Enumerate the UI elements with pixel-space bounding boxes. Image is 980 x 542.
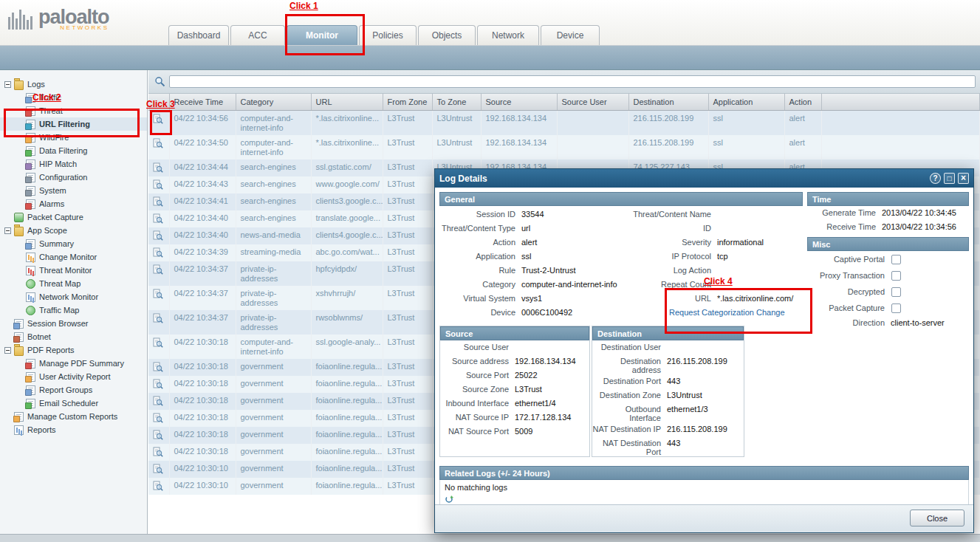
log-detail-icon[interactable] (153, 289, 163, 299)
cell-detail (148, 159, 169, 176)
column-header[interactable]: Source (481, 94, 557, 110)
user-activity-report-icon (26, 372, 35, 382)
log-detail-icon[interactable] (153, 230, 163, 241)
sidebar-item-reports[interactable]: Reports (0, 423, 147, 436)
sidebar-item-manage-custom-reports[interactable]: Manage Custom Reports (0, 410, 147, 423)
column-header[interactable]: Receive Time (169, 94, 236, 110)
log-detail-icon[interactable] (153, 413, 163, 423)
close-button[interactable]: Close (910, 510, 964, 526)
log-detail-icon[interactable] (153, 264, 163, 275)
decrypted-checkbox[interactable] (891, 287, 901, 297)
field-label: NAT Destination IP (592, 422, 665, 436)
tab-policies[interactable]: Policies (359, 25, 417, 45)
log-detail-icon[interactable] (153, 430, 163, 440)
sidebar-item-manage-pdf-summary[interactable]: Manage PDF Summary (0, 357, 147, 370)
log-detail-icon[interactable] (153, 313, 163, 323)
cell-receive-time: 04/22 10:34:37 (169, 286, 236, 310)
column-header[interactable]: Application (708, 94, 784, 110)
cell-application: ssl (708, 110, 784, 135)
cell-source-user (557, 135, 628, 159)
log-detail-icon[interactable] (153, 179, 163, 190)
sidebar-item-logs[interactable]: Logs (0, 78, 147, 91)
log-detail-icon[interactable] (153, 447, 163, 457)
direction-row: Direction client-to-server (807, 316, 969, 330)
sidebar-item-summary[interactable]: Summary (0, 237, 147, 250)
sidebar-item-report-groups[interactable]: Report Groups (0, 383, 147, 397)
log-detail-icon[interactable] (153, 196, 163, 207)
log-detail-icon[interactable] (153, 162, 163, 173)
sidebar-item-configuration[interactable]: Configuration (0, 171, 147, 184)
sidebar-item-traffic-map[interactable]: Traffic Map (0, 303, 147, 317)
sidebar-item-hip-match[interactable]: HIP Match (0, 157, 147, 171)
cell-application: ssl (708, 135, 784, 159)
packet-capture-checkbox[interactable] (891, 303, 901, 313)
log-detail-icon[interactable] (153, 138, 163, 148)
column-header[interactable]: Destination (628, 94, 708, 110)
column-header[interactable]: To Zone (432, 94, 481, 110)
sidebar-item-email-scheduler[interactable]: Email Scheduler (0, 397, 147, 410)
log-detail-icon[interactable] (153, 464, 163, 474)
dialog-titlebar[interactable]: Log Details ? □ × (435, 169, 973, 188)
sidebar-item-pdf-reports[interactable]: PDF Reports (0, 343, 147, 357)
sidebar-item-network-monitor[interactable]: Network Monitor (0, 290, 147, 303)
close-icon[interactable]: × (958, 173, 969, 184)
sidebar-item-threat-monitor[interactable]: Threat Monitor (0, 264, 147, 277)
logs-folder-icon (14, 80, 24, 90)
tree-expander-icon[interactable] (4, 227, 11, 234)
column-header[interactable]: Source User (557, 94, 628, 110)
log-row[interactable]: 04/22 10:34:56 computer-and-internet-inf… (148, 110, 980, 135)
tab-objects[interactable]: Objects (418, 25, 476, 45)
cell-filler (821, 135, 980, 159)
field-label: Receive Time (807, 220, 880, 234)
field-label: Destination Zone (592, 388, 665, 402)
proxy-transaction-checkbox[interactable] (891, 271, 901, 281)
log-detail-icon[interactable] (153, 213, 163, 224)
log-detail-icon[interactable] (153, 247, 163, 258)
log-filter-input[interactable] (169, 75, 976, 88)
tab-dashboard[interactable]: Dashboard (168, 25, 229, 45)
cell-detail (148, 359, 169, 376)
column-header[interactable]: URL (311, 94, 383, 110)
alarms-icon (26, 199, 35, 209)
sidebar-item-session-browser[interactable]: Session Browser (0, 317, 147, 330)
cell-category: streaming-media (236, 244, 311, 261)
sidebar-item-threat-map[interactable]: Threat Map (0, 277, 147, 290)
log-row[interactable]: 04/22 10:34:50 computer-and-internet-inf… (148, 135, 980, 159)
sidebar-item-traffic[interactable]: Traffic (0, 91, 147, 104)
sidebar-item-botnet[interactable]: Botnet (0, 330, 147, 343)
help-icon[interactable]: ? (930, 173, 941, 184)
tree-item-label: Logs (27, 80, 45, 89)
column-header[interactable]: From Zone (383, 94, 432, 110)
log-detail-icon[interactable] (153, 362, 163, 372)
tree-expander-icon[interactable] (4, 347, 11, 354)
tree-expander-icon[interactable] (4, 81, 11, 88)
reports-icon (14, 425, 24, 435)
sidebar-item-alarms[interactable]: Alarms (0, 197, 147, 210)
log-detail-icon[interactable] (153, 396, 163, 406)
tab-acc[interactable]: ACC (230, 25, 285, 45)
log-detail-icon[interactable] (153, 481, 163, 491)
search-icon[interactable] (153, 75, 166, 89)
maximize-icon[interactable]: □ (944, 173, 955, 184)
column-header[interactable]: Action (784, 94, 821, 110)
cell-from-zone: L3Trust (383, 159, 432, 176)
log-detail-icon[interactable] (153, 337, 163, 348)
threat-monitor-icon (26, 266, 35, 275)
tab-device[interactable]: Device (541, 25, 600, 45)
sidebar-item-system[interactable]: System (0, 184, 147, 197)
sidebar-item-packet-capture[interactable]: Packet Capture (0, 210, 147, 224)
sidebar-item-user-activity-report[interactable]: User Activity Report (0, 370, 147, 383)
cell-from-zone: L3Trust (383, 335, 432, 359)
cell-category: government (236, 461, 311, 478)
source-section-header: Source (440, 326, 589, 340)
log-detail-icon[interactable] (153, 379, 163, 389)
sidebar-item-data-filtering[interactable]: Data Filtering (0, 144, 147, 157)
email-scheduler-icon (26, 399, 35, 408)
sidebar-item-change-monitor[interactable]: Change Monitor (0, 250, 147, 264)
column-header[interactable]: Category (236, 94, 311, 110)
tab-network[interactable]: Network (477, 25, 539, 45)
tree-item-label: Threat Monitor (39, 266, 92, 275)
field-row: Rule Trust-2-Untrust (439, 264, 620, 278)
captive-portal-checkbox[interactable] (891, 255, 901, 264)
sidebar-item-app-scope[interactable]: App Scope (0, 224, 147, 237)
